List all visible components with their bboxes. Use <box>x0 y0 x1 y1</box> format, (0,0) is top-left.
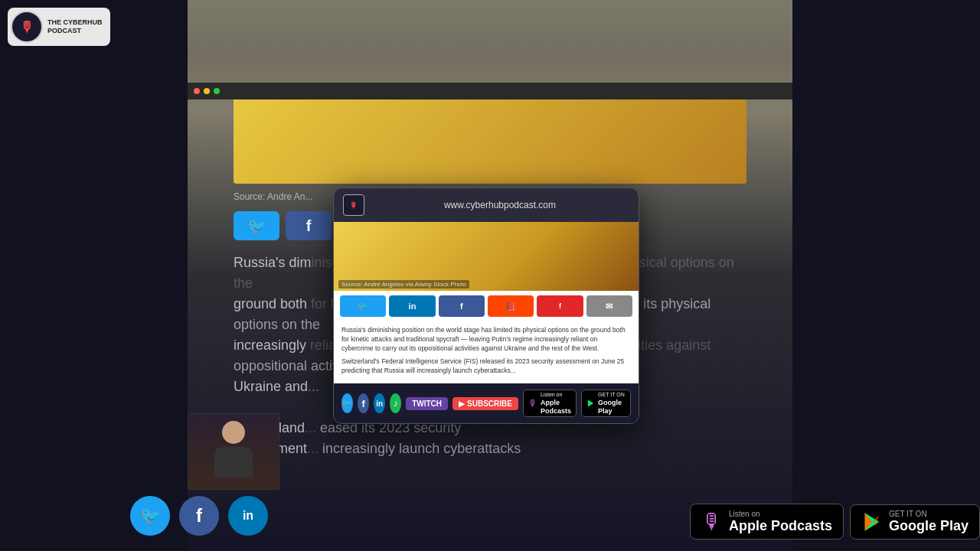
facebook-icon: f <box>196 505 202 527</box>
popup-spotify-icon[interactable]: ♪ <box>390 393 401 413</box>
subscribe-label: SUBSCRIBE <box>467 399 512 408</box>
logo-text: THE CYBERHUB PODCAST <box>47 18 103 35</box>
linkedin-icon: in <box>243 509 253 523</box>
popup-linkedin-icon[interactable]: in <box>374 393 385 413</box>
twitter-icon: 🐦 <box>140 506 161 526</box>
person-silhouette <box>211 421 256 482</box>
apple-podcasts-icon: 🎙 <box>701 509 723 534</box>
person-head <box>222 421 245 444</box>
apple-podcasts-text: Listen on Apple Podcasts <box>729 510 832 534</box>
google-play-text: GET IT ON Google Play <box>889 510 969 534</box>
minimize-traffic-light[interactable] <box>204 88 210 94</box>
popup-article-text: Russia's diminishing position on the wor… <box>334 321 639 383</box>
google-play-icon <box>861 511 883 533</box>
popup-twitch-btn[interactable]: TWITCH <box>406 397 448 410</box>
popup-share-row: 🐦 in f 📕 f ✉ <box>334 291 639 321</box>
bg-facebook-btn: f <box>286 211 332 240</box>
popup-content: Source: Andre Angelov via Alamy Stock Ph… <box>334 222 639 383</box>
popup-modal: 🎙 www.cyberhubpodcast.com Source: Andre … <box>333 187 639 424</box>
browser-bar <box>188 83 792 99</box>
popup-twitter-icon[interactable]: 🐦 <box>341 393 353 413</box>
close-traffic-light[interactable] <box>194 88 200 94</box>
facebook-social-icon[interactable]: f <box>179 496 219 536</box>
popup-logo: 🎙 <box>343 194 364 216</box>
bg-right-panel <box>792 0 980 551</box>
popup-article-image: Source: Andre Angelov via Alamy Stock Ph… <box>334 222 639 291</box>
person-body <box>214 447 253 478</box>
popup-header: 🎙 www.cyberhubpodcast.com <box>334 188 639 222</box>
bottom-right-badges: 🎙 Listen on Apple Podcasts GET IT ON Goo… <box>690 504 980 540</box>
cyberhub-logo: 🎙 THE CYBERHUB PODCAST <box>8 8 110 46</box>
linkedin-social-icon[interactable]: in <box>228 496 268 536</box>
fullscreen-traffic-light[interactable] <box>214 88 220 94</box>
webcam-box <box>188 413 279 490</box>
popup-image-caption: Source: Andre Angelov via Alamy Stock Ph… <box>338 280 469 289</box>
share-twitter-btn[interactable]: 🐦 <box>340 295 386 317</box>
popup-subscribe-btn[interactable]: ▶ SUBSCRIBE <box>452 397 518 410</box>
popup-apple-text: Listen on Apple Podcasts <box>541 392 571 415</box>
webcam-person <box>188 414 279 489</box>
share-email-btn[interactable]: ✉ <box>586 295 632 317</box>
popup-facebook-icon[interactable]: f <box>358 393 369 413</box>
popup-bottom-bar: 🐦 f in ♪ TWITCH ▶ SUBSCRIBE 🎙 Listen on … <box>334 383 639 423</box>
bg-twitter-btn: 🐦 <box>234 211 279 240</box>
popup-apple-podcasts[interactable]: 🎙 Listen on Apple Podcasts <box>523 390 577 417</box>
share-flipboard-btn[interactable]: f <box>537 295 583 317</box>
share-linkedin-btn[interactable]: in <box>389 295 435 317</box>
popup-google-play[interactable]: GET IT ON Google Play <box>581 390 631 417</box>
popup-url: www.cyberhubpodcast.com <box>371 200 629 210</box>
apple-podcasts-badge[interactable]: 🎙 Listen on Apple Podcasts <box>690 504 844 540</box>
popup-apple-icon: 🎙 <box>528 398 537 409</box>
popup-google-play-icon <box>586 397 595 409</box>
logo-podcast-icon: 🎙 <box>20 19 34 35</box>
logo-icon: 🎙 <box>11 11 43 43</box>
bg-article-image <box>234 92 746 184</box>
bottom-left-socials: 🐦 f in <box>130 496 268 536</box>
subscribe-play-icon: ▶ <box>459 399 465 408</box>
google-play-badge[interactable]: GET IT ON Google Play <box>850 504 980 540</box>
bg-left-panel <box>0 0 188 551</box>
share-facebook-btn[interactable]: f <box>439 295 485 317</box>
share-reddit-btn[interactable]: 📕 <box>488 295 534 317</box>
twitter-social-icon[interactable]: 🐦 <box>130 496 170 536</box>
popup-google-text: GET IT ON Google Play <box>598 392 626 415</box>
